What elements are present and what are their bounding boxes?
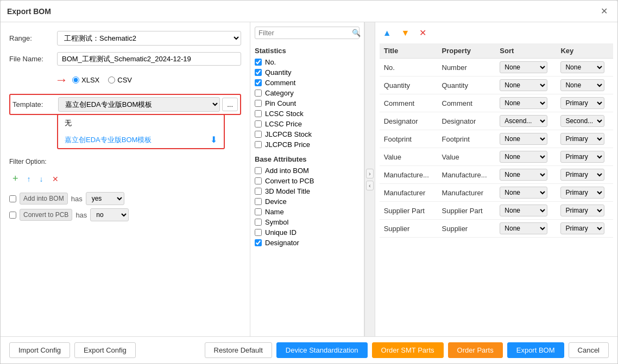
key-select[interactable]: NonePrimarySecond... [560, 187, 604, 199]
statistics-checkbox[interactable] [255, 69, 262, 76]
cell-key[interactable]: NonePrimarySecond... [556, 130, 613, 148]
cell-key[interactable]: NonePrimarySecond... [556, 220, 613, 238]
base-attr-checkbox[interactable] [255, 198, 262, 205]
cell-key[interactable]: NonePrimarySecond... [556, 59, 613, 76]
key-select[interactable]: NonePrimarySecond... [560, 79, 604, 91]
export-bom-button[interactable]: Export BOM [507, 342, 564, 358]
cell-key[interactable]: NonePrimarySecond... [556, 148, 613, 166]
statistics-checkbox[interactable] [255, 90, 262, 97]
key-select[interactable]: NonePrimarySecond... [560, 115, 604, 127]
key-select[interactable]: NonePrimarySecond... [560, 133, 604, 145]
sort-select[interactable]: NoneAscend...Descend... [500, 151, 547, 163]
export-config-button[interactable]: Export Config [74, 342, 136, 358]
sort-select[interactable]: NoneAscend...Descend... [500, 169, 547, 181]
cell-sort[interactable]: NoneAscend...Descend... [495, 148, 556, 166]
key-select[interactable]: NonePrimarySecond... [560, 97, 604, 109]
template-select[interactable]: 嘉立创EDA专业版BOM模板 [58, 97, 220, 112]
sort-select[interactable]: NoneAscend...Descend... [500, 187, 547, 199]
cell-key[interactable]: NonePrimarySecond... [556, 166, 613, 184]
statistics-item: JLCPCB Price [255, 139, 360, 150]
key-select[interactable]: NonePrimarySecond... [560, 205, 604, 216]
sort-select[interactable]: NoneAscend...Descend... [500, 222, 547, 234]
right-toolbar: ▲ ▼ ✕ [380, 27, 613, 39]
base-attr-checkbox[interactable] [255, 229, 262, 236]
key-select[interactable]: NonePrimarySecond... [560, 169, 604, 181]
base-attr-checkbox[interactable] [255, 167, 262, 174]
base-attr-checkbox[interactable] [255, 188, 262, 195]
sort-select[interactable]: NoneAscend...Descend... [500, 133, 547, 145]
order-smt-button[interactable]: Order SMT Parts [372, 342, 444, 358]
sort-select[interactable]: NoneAscend...Descend... [500, 115, 547, 127]
statistics-checkbox[interactable] [255, 100, 262, 107]
dialog-title: Export BOM [7, 7, 51, 16]
cell-key[interactable]: NonePrimarySecond... [556, 94, 613, 112]
base-attr-checkbox[interactable] [255, 219, 262, 226]
key-select[interactable]: NonePrimarySecond... [560, 61, 604, 73]
cell-title: Quantity [380, 76, 438, 94]
cell-key[interactable]: NonePrimarySecond... [556, 112, 613, 130]
filename-input[interactable] [57, 52, 241, 66]
sort-select[interactable]: NoneAscend...Descend... [500, 79, 547, 91]
delete-rule-button[interactable]: ✕ [49, 174, 62, 184]
cell-sort[interactable]: NoneAscend...Descend... [495, 112, 556, 130]
expand-right-button[interactable]: ‹ [366, 181, 374, 190]
sort-select[interactable]: NoneAscend...Descend... [500, 205, 547, 216]
right-move-down-button[interactable]: ▼ [398, 27, 413, 39]
statistics-checkbox[interactable] [255, 141, 262, 148]
csv-option[interactable]: CSV [108, 76, 132, 84]
statistics-checkbox[interactable] [255, 59, 262, 66]
cell-sort[interactable]: NoneAscend...Descend... [495, 94, 556, 112]
cell-key[interactable]: NonePrimarySecond... [556, 184, 613, 202]
csv-radio[interactable] [108, 76, 115, 84]
rule2-checkbox[interactable] [9, 212, 16, 219]
device-std-button[interactable]: Device Standardization [276, 342, 368, 358]
range-select[interactable]: 工程测试：Schematic2 [57, 31, 241, 46]
base-attr-item: Unique ID [255, 227, 360, 238]
download-icon[interactable]: ⬇ [210, 135, 217, 145]
add-rule-button[interactable]: + [9, 172, 22, 186]
close-button[interactable]: ✕ [597, 5, 611, 17]
sort-select[interactable]: NoneAscend...Descend... [500, 97, 547, 109]
statistics-checkbox[interactable] [255, 110, 262, 117]
import-config-button[interactable]: Import Config [9, 342, 70, 358]
key-select[interactable]: NonePrimarySecond... [560, 222, 604, 234]
order-parts-button[interactable]: Order Parts [448, 342, 503, 358]
cell-key[interactable]: NonePrimarySecond... [556, 76, 613, 94]
xlsx-option[interactable]: XLSX [72, 76, 99, 84]
statistics-item: No. [255, 57, 360, 67]
cell-key[interactable]: NonePrimarySecond... [556, 202, 613, 220]
move-up-button[interactable]: ↑ [24, 174, 34, 184]
cell-sort[interactable]: NoneAscend...Descend... [495, 59, 556, 76]
rule1-value-select[interactable]: yes no [86, 192, 124, 205]
filter-input-row[interactable]: 🔍 [255, 27, 360, 39]
base-attr-checkbox[interactable] [255, 239, 262, 246]
cell-sort[interactable]: NoneAscend...Descend... [495, 184, 556, 202]
statistics-checkbox[interactable] [255, 131, 262, 138]
cancel-button[interactable]: Cancel [569, 342, 609, 358]
key-select[interactable]: NonePrimarySecond... [560, 151, 604, 163]
expand-left-button[interactable]: › [366, 169, 374, 178]
statistics-checkbox[interactable] [255, 120, 262, 127]
dropdown-active-item[interactable]: 嘉立创EDA专业版BOM模板 ⬇ [58, 131, 224, 148]
cell-sort[interactable]: NoneAscend...Descend... [495, 202, 556, 220]
cell-sort[interactable]: NoneAscend...Descend... [495, 220, 556, 238]
sort-select[interactable]: NoneAscend...Descend... [500, 61, 547, 73]
search-input[interactable] [258, 29, 350, 37]
base-attr-item: 3D Model Title [255, 186, 360, 196]
restore-default-button[interactable]: Restore Default [205, 342, 272, 358]
dropdown-none-item[interactable]: 无 [58, 115, 224, 131]
cell-property: Comment [438, 94, 496, 112]
cell-sort[interactable]: NoneAscend...Descend... [495, 76, 556, 94]
right-delete-button[interactable]: ✕ [416, 27, 430, 39]
base-attr-checkbox[interactable] [255, 208, 262, 215]
template-more-button[interactable]: ... [222, 98, 238, 111]
cell-sort[interactable]: NoneAscend...Descend... [495, 130, 556, 148]
base-attr-checkbox[interactable] [255, 177, 262, 184]
rule1-checkbox[interactable] [9, 195, 16, 202]
xlsx-radio[interactable] [72, 76, 79, 84]
cell-sort[interactable]: NoneAscend...Descend... [495, 166, 556, 184]
right-move-up-button[interactable]: ▲ [380, 27, 395, 39]
rule2-value-select[interactable]: no yes [90, 208, 129, 221]
statistics-checkbox[interactable] [255, 79, 262, 86]
move-down-button[interactable]: ↓ [36, 174, 47, 184]
